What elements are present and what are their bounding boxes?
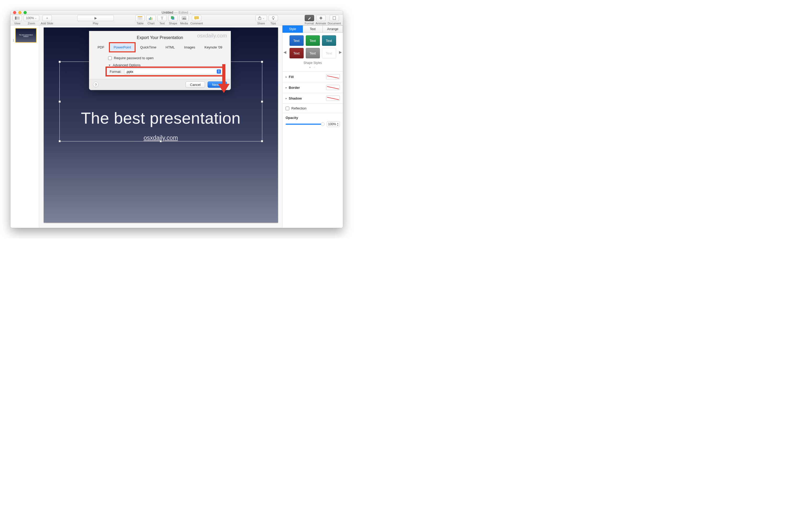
toolbar-chart: Chart xyxy=(146,15,156,25)
tab-arrange[interactable]: Arrange xyxy=(323,25,343,33)
toolbar-zoom: 100% ⌄ Zoom xyxy=(24,15,39,25)
plus-icon: ＋ xyxy=(46,16,49,21)
toolbar-add-slide: ＋ Add Slide xyxy=(41,15,53,25)
export-tab-powerpoint[interactable]: PowerPoint xyxy=(111,44,134,51)
inspector-tabs: Style Text Arrange xyxy=(283,25,343,33)
border-label: Border xyxy=(289,86,326,89)
inspector-panel: Style Text Arrange ◀ ▶ Text Text Text Te… xyxy=(282,25,343,228)
fill-none-swatch[interactable] xyxy=(326,74,340,79)
resize-handle[interactable] xyxy=(261,101,263,103)
style-swatch-green[interactable]: Text xyxy=(306,35,320,46)
slider-knob[interactable] xyxy=(321,122,325,126)
toolbar-format: Format xyxy=(305,15,314,25)
export-tab-images[interactable]: Images xyxy=(181,44,198,51)
document-name: Untitled xyxy=(162,10,173,15)
slide-thumb-row[interactable]: 1 The best presentation osxdaily.com xyxy=(12,28,37,43)
animate-button[interactable] xyxy=(316,15,326,21)
shadow-none-swatch[interactable] xyxy=(326,96,340,101)
svg-rect-7 xyxy=(149,18,150,20)
format-button[interactable] xyxy=(305,15,314,21)
document-button[interactable] xyxy=(329,15,339,21)
window-title[interactable]: Untitled — Edited ⌄ xyxy=(10,10,343,15)
opacity-stepper[interactable]: 100% ▴▾ xyxy=(327,121,340,127)
table-icon xyxy=(138,16,142,20)
svg-point-14 xyxy=(183,17,183,18)
share-button[interactable]: ⌄ xyxy=(256,15,267,21)
export-tab-quicktime[interactable]: QuickTime xyxy=(137,44,160,51)
require-password-checkbox[interactable] xyxy=(108,56,112,60)
paintbrush-icon xyxy=(308,16,311,20)
require-password-row: Require password to open xyxy=(108,54,223,63)
title-chevron-icon: ⌄ xyxy=(190,11,192,14)
shadow-section[interactable]: ▸ Shadow xyxy=(283,93,343,104)
shape-style-picker: ◀ ▶ Text Text Text Text Text Text Shape … xyxy=(283,33,343,71)
export-footer: ? Cancel Next… xyxy=(89,79,231,90)
shape-button[interactable] xyxy=(168,15,178,21)
slide-thumbnail[interactable]: The best presentation osxdaily.com xyxy=(15,28,37,43)
help-button[interactable]: ? xyxy=(93,82,99,87)
comment-button[interactable] xyxy=(192,15,201,21)
tips-button[interactable] xyxy=(268,15,278,21)
format-select[interactable]: .pptx xyxy=(124,69,223,74)
table-button[interactable] xyxy=(135,15,145,21)
style-swatch-teal[interactable]: Text xyxy=(322,35,336,46)
style-next-icon[interactable]: ▶ xyxy=(339,50,342,54)
toolbar-share: ⌄ Share xyxy=(256,15,267,25)
toolbar-shape: Shape xyxy=(168,15,178,25)
toolbar-table: Table xyxy=(135,15,145,25)
svg-rect-20 xyxy=(273,19,274,20)
media-label: Media xyxy=(180,22,188,25)
disclosure-triangle-icon: ▸ xyxy=(286,75,287,79)
play-button[interactable]: ▶ xyxy=(77,15,114,21)
cancel-button[interactable]: Cancel xyxy=(185,81,205,88)
resize-handle[interactable] xyxy=(261,61,263,63)
toolbar-media: Media xyxy=(179,15,189,25)
zoom-value: 100% xyxy=(26,16,34,20)
reflection-section: Reflection xyxy=(283,104,343,113)
require-password-label: Require password to open xyxy=(114,56,154,60)
edited-indicator: — Edited xyxy=(174,10,188,15)
text-button[interactable]: T xyxy=(157,15,167,21)
media-button[interactable] xyxy=(179,15,189,21)
format-label: Format: xyxy=(108,70,121,74)
slide-subtitle-text[interactable]: osxdaily.com xyxy=(44,134,278,141)
stepper-arrows-icon[interactable]: ▴▾ xyxy=(337,122,339,126)
reflection-checkbox[interactable] xyxy=(286,107,289,110)
export-tab-pdf[interactable]: PDF xyxy=(94,44,108,51)
fill-section[interactable]: ▸ Fill xyxy=(283,71,343,82)
style-swatch-gray[interactable]: Text xyxy=(306,48,320,58)
export-format-tabs: PDF PowerPoint QuickTime HTML Images Key… xyxy=(89,43,231,53)
border-none-swatch[interactable] xyxy=(326,85,340,90)
shadow-label: Shadow xyxy=(289,97,326,100)
lightbulb-icon xyxy=(271,16,275,20)
zoom-button[interactable]: 100% ⌄ xyxy=(24,15,39,21)
resize-handle[interactable] xyxy=(59,101,61,103)
export-tab-keynote09[interactable]: Keynote '09 xyxy=(201,44,225,51)
tab-style[interactable]: Style xyxy=(283,25,303,33)
thumb-subtitle: osxdaily.com xyxy=(23,36,29,37)
tab-text[interactable]: Text xyxy=(303,25,323,33)
style-swatch-white[interactable]: Text xyxy=(322,48,336,58)
resize-handle[interactable] xyxy=(59,61,61,63)
border-section[interactable]: ▸ Border xyxy=(283,82,343,93)
chart-button[interactable] xyxy=(146,15,156,21)
view-button[interactable] xyxy=(12,15,22,21)
add-slide-button[interactable]: ＋ xyxy=(42,15,52,21)
fill-label: Fill xyxy=(289,75,326,79)
svg-rect-0 xyxy=(15,17,17,20)
style-swatch-red[interactable]: Text xyxy=(290,48,303,58)
opacity-slider[interactable] xyxy=(286,124,325,125)
svg-rect-8 xyxy=(150,17,151,20)
next-button[interactable]: Next… xyxy=(208,81,227,88)
comment-icon xyxy=(194,16,199,20)
svg-rect-2 xyxy=(138,16,142,17)
reflection-label: Reflection xyxy=(291,106,340,110)
slide-title-text[interactable]: The best presentation xyxy=(44,109,278,127)
toolbar-animate: Animate xyxy=(316,15,326,25)
dropdown-arrows-icon xyxy=(217,70,221,74)
chart-label: Chart xyxy=(148,22,155,25)
style-prev-icon[interactable]: ◀ xyxy=(284,50,286,54)
export-tab-html[interactable]: HTML xyxy=(163,44,178,51)
style-swatch-blue[interactable]: Text xyxy=(290,35,303,46)
chevron-down-icon: ⌄ xyxy=(263,17,265,19)
